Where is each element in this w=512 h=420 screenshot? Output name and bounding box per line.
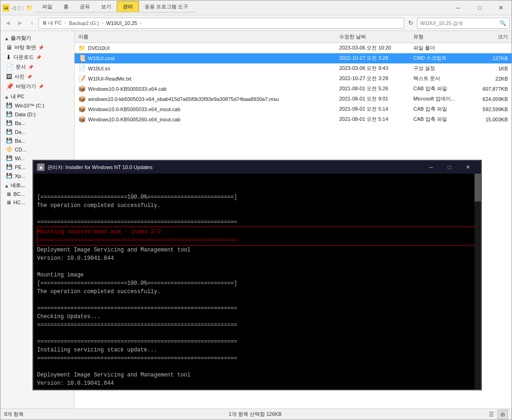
refresh-button[interactable]: ↻ xyxy=(405,18,416,29)
sidebar-item-downloads[interactable]: ⬇ 다운로드 📌 xyxy=(0,52,74,62)
file-name-cell: 📜 W10UI.cmd xyxy=(75,55,335,62)
sidebar-section-pc[interactable]: ▲ 내 PC xyxy=(0,91,74,101)
file-type-cell: 구성 설정 xyxy=(410,65,465,72)
table-row[interactable]: 📦 Windows10.0-KB5005033-x64_inout.cab 20… xyxy=(75,104,512,114)
cmd-maximize-button[interactable]: □ xyxy=(440,161,459,174)
quick-access-btn[interactable]: ◁ xyxy=(12,5,16,11)
sidebar-item-cd[interactable]: 📀 CD... xyxy=(0,145,74,154)
sidebar-item-d[interactable]: 💾 Data (D:) xyxy=(0,110,74,119)
file-name: W10UI-ReadMe.txt xyxy=(88,76,132,81)
file-date-cell: 2021-08-01 오전 5:26 xyxy=(335,85,410,92)
cmd-title-bar: ■ 관리자: Installer for Windows NT 10.0 Upd… xyxy=(33,161,481,174)
address-bar[interactable]: 🖥 내 PC › Backup2 (G:) › W10UI_10.25 › xyxy=(38,18,404,29)
file-name-cell: 📝 W10UI-ReadMe.txt xyxy=(75,75,335,82)
col-date[interactable]: 수정한 날짜 xyxy=(335,33,410,40)
msu-icon: 📦 xyxy=(78,95,86,102)
sidebar-item-ba2[interactable]: 💾 Ba... xyxy=(0,136,74,145)
sidebar-item-pictures[interactable]: 🖼 사진 📌 xyxy=(0,72,74,81)
forward-button[interactable]: ▶ xyxy=(14,18,25,29)
table-row[interactable]: 📜 W10UI.cmd 2022-10-27 오전 3:28 CMD 스크립트 … xyxy=(75,53,512,63)
c-drive-label: Win10™ (C:) xyxy=(15,103,44,108)
file-size-cell: 592,599KB xyxy=(465,107,512,112)
pin-icon: 📌 xyxy=(38,45,44,50)
sidebar-item-desktop[interactable]: 🖥 바탕 화면 📌 xyxy=(0,43,74,52)
cmd-title-text: 관리자: Installer for Windows NT 10.0 Updat… xyxy=(47,164,419,171)
maximize-button[interactable]: □ xyxy=(469,0,490,15)
tab-app-tools[interactable]: 응용 프로그램 도구 xyxy=(139,1,194,12)
sidebar-item-shortcut[interactable]: 📌 바탕가기 📌 xyxy=(0,81,74,91)
ba1-label: Ba... xyxy=(15,120,25,126)
table-row[interactable]: 📦 Windows10.0-KB5005033-x64.cab 2021-08-… xyxy=(75,84,512,94)
sidebar-section-favorites[interactable]: ▲ 즐겨찾기 xyxy=(0,33,74,43)
file-name-cell: 📦 Windows10.0-KB5005033-x64.cab xyxy=(75,85,335,92)
sidebar-item-c[interactable]: 💾 Win10™ (C:) xyxy=(0,101,74,110)
tab-file[interactable]: 파일 xyxy=(37,1,58,12)
up-button[interactable]: ↑ xyxy=(26,18,38,29)
ba1-icon: 💾 xyxy=(6,120,13,126)
table-row[interactable]: 📦 windows10.0-kb5005033-x64_ebab415d7a65… xyxy=(75,94,512,104)
back-button[interactable]: ◀ xyxy=(2,18,13,29)
tab-view[interactable]: 보기 xyxy=(95,1,117,12)
address-pc[interactable]: 🖥 내 PC xyxy=(42,19,62,26)
file-name-cell: 📦 Windows10.0-KB5005033-x64_inout.cab xyxy=(75,106,335,113)
ba2-label: Ba... xyxy=(15,138,25,144)
col-type[interactable]: 유형 xyxy=(410,33,465,40)
tab-share[interactable]: 공유 xyxy=(74,1,95,12)
address-sep2: › xyxy=(102,20,103,25)
xp-icon: 💾 xyxy=(6,173,13,179)
file-size-cell: 1KB xyxy=(465,66,512,71)
col-name[interactable]: 이름 xyxy=(75,33,335,40)
minimize-button[interactable]: ─ xyxy=(448,0,469,15)
col-size[interactable]: 크기 xyxy=(465,33,512,40)
tab-manage[interactable]: 관리 xyxy=(117,1,139,12)
cmd-icon: 📜 xyxy=(78,55,86,62)
downloads-label: 다운로드 xyxy=(13,54,34,61)
file-date-cell: 2021-08-01 오전 5:14 xyxy=(335,106,410,113)
address-folder[interactable]: W10UI_10.25 xyxy=(106,20,137,26)
file-name: Windows10.0-KB5005033-x64.cab xyxy=(88,86,166,92)
qat-folder[interactable]: 📁 xyxy=(26,5,33,11)
table-row[interactable]: 📦 Windows10.0-KB5005260-x64_inout.cab 20… xyxy=(75,114,512,125)
address-drive[interactable]: Backup2 (G:) xyxy=(69,20,99,26)
file-date-cell: 2021-08-01 오전 5:14 xyxy=(335,116,410,123)
tab-home[interactable]: 홈 xyxy=(58,1,74,12)
details-view-button[interactable]: ☰ xyxy=(487,410,497,419)
pin-icon2: 📌 xyxy=(36,55,41,60)
documents-label: 문서 xyxy=(16,63,26,70)
bc-icon: 🖥 xyxy=(6,191,11,197)
table-row[interactable]: 📁 DVD10UI 2023-03-06 오전 10:20 파일 폴더 xyxy=(75,43,512,53)
file-date-cell: 2021-08-01 오전 9:01 xyxy=(335,95,410,102)
favorites-expand-icon: ▲ xyxy=(4,36,9,41)
c-drive-icon: 💾 xyxy=(6,102,13,108)
xp-label: Xp... xyxy=(15,173,25,179)
file-name: W10UI.ini xyxy=(88,66,110,71)
search-input[interactable] xyxy=(420,20,498,26)
sidebar-item-documents[interactable]: 📄 문서 📌 xyxy=(0,62,74,72)
pictures-icon: 🖼 xyxy=(6,73,12,80)
cmd-body[interactable]: [==========================100.0%=======… xyxy=(33,174,481,389)
wi-icon: 💾 xyxy=(6,155,13,161)
list-view-button[interactable]: ⊞ xyxy=(498,410,508,419)
cmd-scrollbar-thumb[interactable] xyxy=(474,174,481,201)
downloads-icon: ⬇ xyxy=(6,54,11,61)
title-bar-left: 🗂 ◁ □ | 📁 xyxy=(0,0,35,15)
search-bar[interactable]: 🔍 xyxy=(417,18,510,29)
file-name: Windows10.0-KB5005260-x64_inout.cab xyxy=(88,117,180,122)
sidebar-item-ba1[interactable]: 💾 Ba... xyxy=(0,119,74,127)
cmd-close-button[interactable]: ✕ xyxy=(459,161,477,174)
table-row[interactable]: 📝 W10UI-ReadMe.txt 2022-10-27 오전 3:28 텍스… xyxy=(75,74,512,84)
folder-icon: 📁 xyxy=(78,44,86,51)
pc-label: 내 PC xyxy=(11,93,24,100)
close-button[interactable]: ✕ xyxy=(490,0,512,15)
sidebar-item-da[interactable]: 💾 Da... xyxy=(0,127,74,136)
hc-icon: 🖥 xyxy=(6,200,11,205)
file-name: DVD10UI xyxy=(88,45,109,51)
cab2-icon: 📦 xyxy=(78,106,86,113)
qat-new[interactable]: □ xyxy=(18,5,21,11)
table-row[interactable]: 📄 W10UI.ini 2023-03-06 오전 9:43 구성 설정 1KB xyxy=(75,63,512,74)
bc-label: BC... xyxy=(13,191,25,197)
cmd-scrollbar[interactable] xyxy=(474,174,481,389)
network-label: 네트... xyxy=(11,182,25,189)
pin-icon5: 📌 xyxy=(38,84,44,89)
cmd-minimize-button[interactable]: ─ xyxy=(422,161,440,174)
